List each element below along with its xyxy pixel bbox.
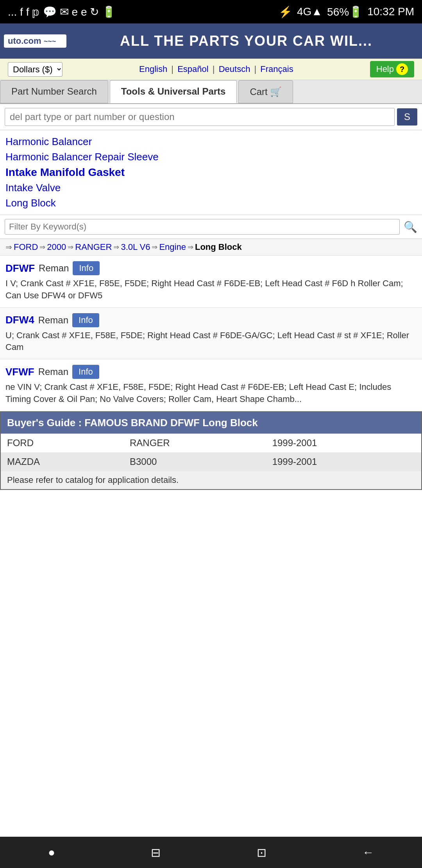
- parts-list-item-intake-valve[interactable]: Intake Valve: [5, 180, 417, 195]
- battery-icon: 56%🔋: [327, 5, 363, 18]
- apps-button[interactable]: ⊡: [241, 843, 282, 862]
- buyers-guide: Buyer's Guide : FAMOUS BRAND DFWF Long B…: [0, 411, 422, 490]
- result-header-vfwf: VFWF Reman Info: [5, 365, 417, 379]
- breadcrumb-ford[interactable]: FORD: [14, 242, 38, 252]
- breadcrumb-arrow-5: ⇒: [188, 243, 193, 251]
- logo-text: uto.com ~~~: [8, 36, 56, 46]
- search-bar: S: [0, 104, 422, 130]
- recents-button[interactable]: ⊟: [135, 843, 176, 862]
- info-button-dfwf[interactable]: Info: [73, 261, 100, 275]
- result-desc-dfw4: U; Crank Cast # XF1E, F58E, F5DE; Right …: [5, 330, 417, 354]
- lang-espanol[interactable]: Español: [177, 64, 209, 74]
- parts-list: Harmonic Balancer Harmonic Balancer Repa…: [0, 130, 422, 215]
- breadcrumb-arrow-3: ⇒: [113, 243, 119, 251]
- cart-label: Cart 🛒: [250, 86, 282, 97]
- result-row-dfwf: DFWF Reman Info I V; Crank Cast # XF1E, …: [0, 256, 422, 308]
- table-cell-model-0: RANGER: [123, 434, 266, 452]
- result-desc-vfwf: ne VIN V; Crank Cast # XF1E, F58E, F5DE;…: [5, 381, 417, 405]
- part-link-vfwf[interactable]: VFWF: [5, 366, 34, 378]
- language-links: English | Español | Deutsch | Français: [138, 64, 295, 74]
- breadcrumb-ranger[interactable]: RANGER: [75, 242, 112, 252]
- breadcrumb-arrow-4: ⇒: [152, 243, 157, 251]
- buyers-guide-table: FORD RANGER 1999-2001 MAZDA B3000 1999-2…: [1, 434, 421, 471]
- breadcrumb-long-block: Long Block: [195, 242, 242, 252]
- table-cell-make-1: MAZDA: [1, 452, 123, 471]
- breadcrumb-2000[interactable]: 2000: [47, 242, 66, 252]
- home-icon: ●: [48, 846, 55, 859]
- apps-icon: ⊡: [257, 846, 266, 859]
- breadcrumb-nav-left: ⇒: [5, 242, 12, 252]
- main-search-input[interactable]: [5, 108, 395, 126]
- notification-icons: ... f f 𝕡 💬 ✉ e e ↻ 🔋: [8, 5, 116, 18]
- parts-list-item-harmonic-balancer-repair[interactable]: Harmonic Balancer Repair Sleeve: [5, 149, 417, 165]
- clock: 10:32 PM: [367, 5, 414, 18]
- filter-input[interactable]: [5, 219, 400, 235]
- result-desc-dfwf: I V; Crank Cast # XF1E, F85E, F5DE; Righ…: [5, 278, 417, 302]
- lang-deutsch[interactable]: Deutsch: [219, 64, 250, 74]
- parts-list-item-long-block[interactable]: Long Block: [5, 195, 417, 211]
- breadcrumb: ⇒ FORD ⇒ 2000 ⇒ RANGER ⇒ 3.0L V6 ⇒ Engin…: [0, 239, 422, 256]
- status-bar-right: ⚡ 4G▲ 56%🔋 10:32 PM: [279, 5, 414, 18]
- bottom-nav: ● ⊟ ⊡ ←: [0, 837, 422, 868]
- part-link-dfwf[interactable]: DFWF: [5, 262, 35, 274]
- result-row-dfw4: DFW4 Reman Info U; Crank Cast # XF1E, F5…: [0, 308, 422, 360]
- header-title: ALL THE PARTS YOUR CAR WIL...: [74, 33, 418, 49]
- parts-list-item-harmonic-balancer[interactable]: Harmonic Balancer: [5, 134, 417, 149]
- lang-francais[interactable]: Français: [260, 64, 293, 74]
- back-button[interactable]: ←: [347, 843, 390, 862]
- result-header-dfw4: DFW4 Reman Info: [5, 313, 417, 327]
- buyers-guide-note: Please refer to catalog for application …: [1, 471, 421, 489]
- table-cell-model-1: B3000: [123, 452, 266, 471]
- breadcrumb-30l-v6[interactable]: 3.0L V6: [121, 242, 150, 252]
- filter-bar: 🔍: [0, 215, 422, 239]
- table-cell-years-1: 1999-2001: [266, 452, 421, 471]
- status-bar-left: ... f f 𝕡 💬 ✉ e e ↻ 🔋: [8, 5, 116, 18]
- bluetooth-icon: ⚡: [279, 5, 292, 18]
- nav-tabs: Part Number Search Tools & Universal Par…: [0, 80, 422, 104]
- table-cell-make-0: FORD: [1, 434, 123, 452]
- tab-part-number-search[interactable]: Part Number Search: [0, 80, 108, 103]
- part-link-dfw4[interactable]: DFW4: [5, 314, 34, 326]
- result-type-dfwf: Reman: [39, 263, 69, 274]
- main-search-button[interactable]: S: [397, 108, 417, 126]
- result-type-dfw4: Reman: [38, 315, 68, 326]
- result-header-dfwf: DFWF Reman Info: [5, 261, 417, 275]
- tab-cart[interactable]: Cart 🛒: [238, 80, 293, 103]
- info-button-vfwf[interactable]: Info: [72, 365, 99, 379]
- help-button[interactable]: Help ?: [370, 61, 414, 77]
- table-row: FORD RANGER 1999-2001: [1, 434, 421, 452]
- buyers-guide-header: Buyer's Guide : FAMOUS BRAND DFWF Long B…: [1, 412, 421, 434]
- help-label: Help: [376, 64, 394, 74]
- recents-icon: ⊟: [151, 846, 161, 859]
- filter-search-icon: 🔍: [404, 221, 417, 233]
- status-bar: ... f f 𝕡 💬 ✉ e e ↻ 🔋 ⚡ 4G▲ 56%🔋 10:32 P…: [0, 0, 422, 23]
- breadcrumb-arrow-2: ⇒: [68, 243, 73, 251]
- breadcrumb-engine[interactable]: Engine: [159, 242, 186, 252]
- table-cell-years-0: 1999-2001: [266, 434, 421, 452]
- home-button[interactable]: ●: [32, 843, 71, 862]
- parts-list-item-intake-manifold-gasket[interactable]: Intake Manifold Gasket: [5, 165, 417, 180]
- lang-english[interactable]: English: [139, 64, 167, 74]
- lang-bar: Dollars ($) English | Español | Deutsch …: [0, 59, 422, 80]
- currency-select[interactable]: Dollars ($): [8, 62, 63, 77]
- header: uto.com ~~~ ALL THE PARTS YOUR CAR WIL..…: [0, 23, 422, 59]
- results-area: DFWF Reman Info I V; Crank Cast # XF1E, …: [0, 256, 422, 411]
- result-type-vfwf: Reman: [38, 366, 68, 377]
- filter-search-button[interactable]: 🔍: [404, 221, 417, 233]
- signal-icon: 4G▲: [297, 5, 322, 18]
- logo: uto.com ~~~: [4, 34, 66, 48]
- table-row: MAZDA B3000 1999-2001: [1, 452, 421, 471]
- bottom-space: [0, 490, 422, 868]
- help-icon: ?: [396, 63, 408, 75]
- info-button-dfw4[interactable]: Info: [72, 313, 99, 327]
- tab-tools-universal-parts[interactable]: Tools & Universal Parts: [110, 80, 237, 103]
- result-row-vfwf: VFWF Reman Info ne VIN V; Crank Cast # X…: [0, 359, 422, 411]
- breadcrumb-arrow-1: ⇒: [39, 243, 45, 251]
- back-icon: ←: [362, 846, 374, 859]
